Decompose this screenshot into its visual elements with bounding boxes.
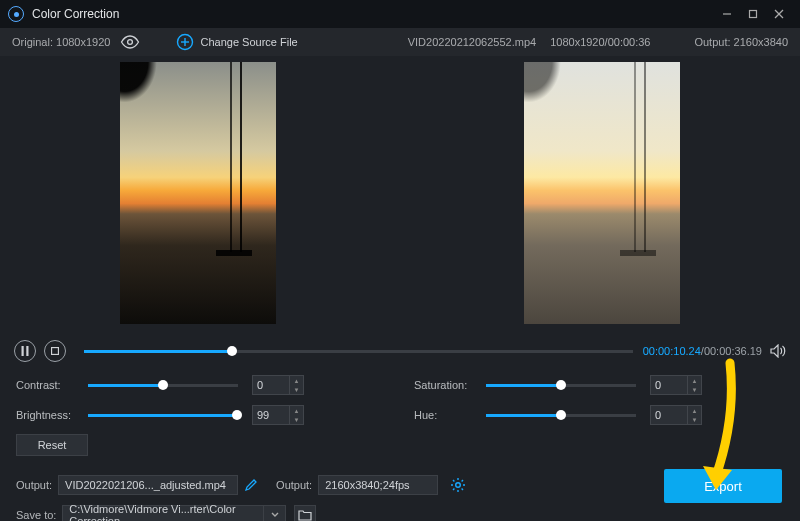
svg-rect-1: [750, 11, 757, 18]
hue-step-up[interactable]: ▲: [688, 406, 701, 415]
hue-row: Hue: 0▲▼: [414, 402, 784, 428]
preview-toggle-icon[interactable]: [120, 35, 140, 49]
saturation-step-down[interactable]: ▼: [688, 385, 701, 394]
svg-rect-10: [52, 348, 59, 355]
save-row: Save to: C:\Vidmore\Vidmore Vi...rter\Co…: [0, 502, 800, 521]
svg-rect-8: [22, 346, 24, 356]
maximize-button[interactable]: [740, 0, 766, 28]
playback-bar: 00:00:10.24/00:00:36.19: [0, 336, 800, 366]
adjustment-panel: Contrast: 0▲▼ Saturation: 0▲▼ Brightness…: [0, 366, 800, 430]
current-time: 00:00:10.24: [643, 345, 701, 357]
window-title: Color Correction: [32, 7, 119, 21]
plus-circle-icon: [176, 33, 194, 51]
title-bar: Color Correction: [0, 0, 800, 28]
hue-value-input[interactable]: 0▲▼: [650, 405, 702, 425]
timeline-progress: [84, 350, 232, 353]
saturation-slider[interactable]: [486, 384, 636, 387]
timeline-thumb[interactable]: [227, 346, 237, 356]
contrast-row: Contrast: 0▲▼: [16, 372, 386, 398]
contrast-value-input[interactable]: 0▲▼: [252, 375, 304, 395]
open-folder-button[interactable]: [294, 505, 316, 521]
stop-button[interactable]: [44, 340, 66, 362]
contrast-step-up[interactable]: ▲: [290, 376, 303, 385]
svg-point-11: [456, 483, 461, 488]
svg-point-4: [128, 40, 133, 45]
brightness-value-input[interactable]: 99▲▼: [252, 405, 304, 425]
minimize-button[interactable]: [714, 0, 740, 28]
original-resolution-label: Original: 1080x1920: [12, 36, 110, 48]
total-time: 00:00:36.19: [704, 345, 762, 357]
brightness-slider[interactable]: [88, 414, 238, 417]
output-resolution-label: Output: 2160x3840: [694, 36, 788, 48]
saturation-label: Saturation:: [414, 379, 486, 391]
timeline-slider[interactable]: [84, 350, 633, 353]
hue-slider[interactable]: [486, 414, 636, 417]
saturation-row: Saturation: 0▲▼: [414, 372, 784, 398]
saturation-value-input[interactable]: 0▲▼: [650, 375, 702, 395]
output-filename-box: VID2022021206..._adjusted.mp4: [58, 475, 238, 495]
info-bar: Original: 1080x1920 Change Source File V…: [0, 28, 800, 56]
output-format-label: Output:: [276, 479, 312, 491]
edit-filename-icon[interactable]: [244, 478, 258, 492]
contrast-step-down[interactable]: ▼: [290, 385, 303, 394]
brightness-label: Brightness:: [16, 409, 88, 421]
folder-icon: [298, 509, 312, 521]
chevron-down-icon: [271, 512, 279, 518]
output-file-label: Output:: [16, 479, 52, 491]
brightness-step-down[interactable]: ▼: [290, 415, 303, 424]
preview-adjusted: [524, 62, 680, 324]
reset-button[interactable]: Reset: [16, 434, 88, 456]
volume-icon[interactable]: [770, 344, 786, 358]
time-display: 00:00:10.24/00:00:36.19: [643, 345, 762, 357]
brightness-step-up[interactable]: ▲: [290, 406, 303, 415]
change-source-button[interactable]: Change Source File: [176, 33, 297, 51]
close-button[interactable]: [766, 0, 792, 28]
svg-rect-9: [26, 346, 28, 356]
save-path-box: C:\Vidmore\Vidmore Vi...rter\Color Corre…: [62, 505, 264, 521]
contrast-slider[interactable]: [88, 384, 238, 387]
source-meta: 1080x1920/00:00:36: [550, 36, 650, 48]
change-source-label: Change Source File: [200, 36, 297, 48]
export-button[interactable]: Export: [664, 469, 782, 503]
hue-step-down[interactable]: ▼: [688, 415, 701, 424]
hue-label: Hue:: [414, 409, 486, 421]
preview-area: [0, 56, 800, 328]
output-format-box: 2160x3840;24fps: [318, 475, 438, 495]
preview-original: [120, 62, 276, 324]
contrast-label: Contrast:: [16, 379, 88, 391]
settings-icon[interactable]: [450, 477, 466, 493]
save-path-dropdown[interactable]: [264, 505, 286, 521]
pause-button[interactable]: [14, 340, 36, 362]
brightness-row: Brightness: 99▲▼: [16, 402, 386, 428]
saturation-step-up[interactable]: ▲: [688, 376, 701, 385]
save-to-label: Save to:: [16, 509, 56, 521]
source-filename: VID20220212062552.mp4: [408, 36, 536, 48]
app-logo-icon: [8, 6, 24, 22]
